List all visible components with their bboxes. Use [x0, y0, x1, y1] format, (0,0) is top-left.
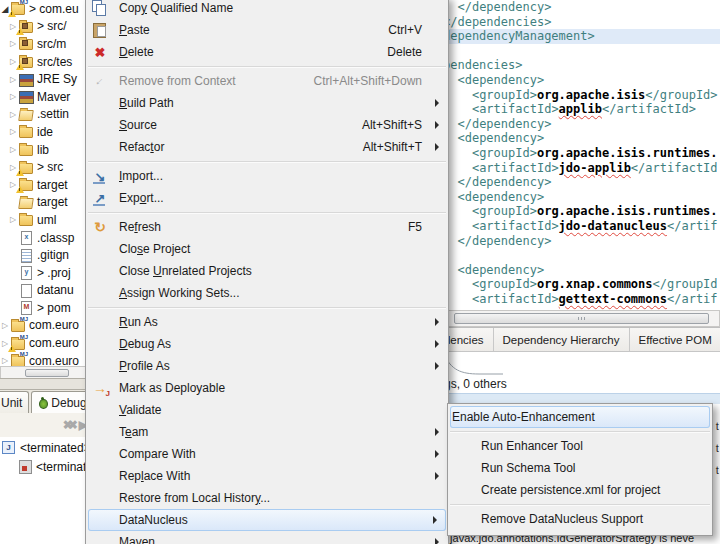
menu-item-label: Build Path [119, 96, 174, 110]
maven-java-project-icon: MJ [10, 354, 26, 366]
menu-item-delete[interactable]: ✖DeleteDelete [86, 41, 448, 63]
menu-item-datanucleus[interactable]: DataNucleus [88, 509, 446, 531]
menu-item-close-unrelated-projects[interactable]: Close Unrelated Projects [86, 260, 448, 282]
menu-item-debug-as[interactable]: Debug As [86, 333, 448, 355]
tree-item-src-tes[interactable]: ▷src/tes [0, 53, 92, 71]
expand-arrow-icon[interactable]: ▷ [8, 39, 18, 48]
menu-icon-spacer [90, 139, 110, 155]
code-line: </dependency> [443, 0, 720, 15]
expand-arrow-icon[interactable]: ▷ [8, 145, 18, 154]
pom-tab-effective-pom[interactable]: Effective POM [630, 328, 720, 351]
code-line: </dependency> [443, 175, 720, 190]
editor-hscrollbar[interactable] [443, 310, 720, 327]
menu-item-team[interactable]: Team [86, 421, 448, 443]
tree-item-pom[interactable]: M> pom [0, 299, 92, 317]
maven-java-project-icon: MJ [10, 2, 26, 15]
menu-icon-spacer [90, 314, 110, 330]
code-line: <artifactId>applib</artifactId> [443, 102, 720, 117]
menu-item-create-persistence-xml-for-project[interactable]: Create persistence.xml for project [448, 479, 712, 501]
scrollbar-thumb[interactable] [454, 313, 709, 324]
menu-item-profile-as[interactable]: Profile As [86, 355, 448, 377]
horizontal-sash[interactable] [0, 378, 92, 390]
tree-item-com-euro[interactable]: ▷MJcom.euro [0, 352, 92, 366]
file-text-icon [18, 249, 34, 262]
xml-editor[interactable]: </dependency></dependencies>dependencyMa… [443, 0, 720, 310]
tree-item-datanu[interactable]: datanu [0, 282, 92, 300]
menu-item-refresh[interactable]: ↻RefreshF5 [86, 216, 448, 238]
expand-arrow-icon[interactable]: ▷ [0, 356, 10, 365]
menu-item-compare-with[interactable]: Compare With [86, 443, 448, 465]
tree-item-label: target [37, 195, 68, 209]
menu-item-label: Maven [119, 535, 155, 544]
code-line: </dependency> [443, 234, 720, 249]
menu-item-label: Import... [119, 169, 163, 183]
pom-tab-dependencies[interactable]: Dependencies [443, 328, 494, 351]
menu-icon-spacer [90, 117, 110, 133]
code-line: <groupId>org.apache.isis</groupId> [443, 88, 720, 103]
tree-item-label: .settin [37, 107, 69, 121]
menu-item-mark-as-deployable[interactable]: →Mark as Deployable [86, 377, 448, 399]
menu-item-close-project[interactable]: Close Project [86, 238, 448, 260]
menu-item-import[interactable]: ↘Import... [86, 165, 448, 187]
view-tab-unit[interactable]: Unit [0, 391, 29, 413]
tree-item-settin[interactable]: ▷.settin [0, 106, 92, 124]
menu-item-assign-working-sets[interactable]: Assign Working Sets... [86, 282, 448, 304]
bottom-left-view-tabs: UnitDebug [0, 390, 92, 413]
tree-item-src[interactable]: ▷> src/ [0, 18, 92, 36]
menu-item-export[interactable]: ↗Export... [86, 187, 448, 209]
tree-item-src[interactable]: ▷> src [0, 158, 92, 176]
menu-item-run-enhancer-tool[interactable]: Run Enhancer Tool [448, 435, 712, 457]
tree-item-gitign[interactable]: .gitign [0, 246, 92, 264]
tree-item-com-eu[interactable]: ◢MJ> com.eu [0, 0, 92, 18]
tree-item-lib[interactable]: ▷lib [0, 141, 92, 159]
launch-tree: J<terminated><terminat [0, 438, 92, 544]
menu-item-label: Close Project [119, 242, 190, 256]
scrollbar-thumb[interactable] [25, 369, 69, 377]
expand-arrow-icon[interactable]: ▷ [8, 75, 18, 84]
launch-item[interactable]: J<terminated> [0, 438, 92, 457]
launch-item[interactable]: <terminat [0, 457, 92, 476]
menu-item-label: Remove from Context [119, 74, 236, 88]
menu-item-paste[interactable]: PasteCtrl+V [86, 19, 448, 41]
expand-arrow-icon[interactable]: ▷ [8, 215, 18, 224]
menu-item-validate[interactable]: Validate [86, 399, 448, 421]
tree-item-classp[interactable]: x.classp [0, 229, 92, 247]
view-tab-debug[interactable]: Debug [31, 391, 92, 413]
menu-item-copy-qualified-name[interactable]: Copy Qualified Name [86, 0, 448, 19]
expand-arrow-icon[interactable]: ▷ [8, 127, 18, 136]
file-x-icon: x [18, 231, 34, 244]
warning-overlay-icon [16, 186, 24, 193]
menu-item-remove-datanucleus-support[interactable]: Remove DataNucleus Support [448, 508, 712, 530]
menu-item-enable-auto-enhancement[interactable]: Enable Auto-Enhancement [450, 406, 710, 428]
tree-item-maver[interactable]: ▷Maver [0, 88, 92, 106]
expand-arrow-icon[interactable]: ▷ [8, 110, 18, 119]
menu-item-source[interactable]: SourceAlt+Shift+S [86, 114, 448, 136]
expand-arrow-icon[interactable]: ▷ [0, 321, 10, 330]
menu-item-build-path[interactable]: Build Path [86, 92, 448, 114]
tree-item-uml[interactable]: ▷uml [0, 211, 92, 229]
tree-item-target[interactable]: ▷target [0, 176, 92, 194]
maven-java-project-icon: MJ [10, 319, 26, 332]
menu-item-label: Run Schema Tool [481, 461, 576, 475]
menu-item-replace-with[interactable]: Replace With [86, 465, 448, 487]
menu-item-maven[interactable]: Maven [86, 531, 448, 544]
tree-item-proj[interactable]: y> .proj [0, 264, 92, 282]
menu-item-run-schema-tool[interactable]: Run Schema Tool [448, 457, 712, 479]
code-line: <groupId>org.apache.isis.runtimes. [443, 146, 720, 161]
menu-item-run-as[interactable]: Run As [86, 311, 448, 333]
tree-item-com-euro[interactable]: ▷MJcom.euro [0, 334, 92, 352]
expand-arrow-icon[interactable]: ▷ [8, 92, 18, 101]
pom-tab-dependency-hierarchy[interactable]: Dependency Hierarchy [494, 328, 630, 351]
remove-all-terminated-icon[interactable]: ✖✖ [63, 418, 73, 432]
tree-item-ide[interactable]: ▷ide [0, 123, 92, 141]
menu-item-refactor[interactable]: RefactorAlt+Shift+T [86, 136, 448, 158]
tree-item-target[interactable]: target [0, 194, 92, 212]
tree-item-src-m[interactable]: ▷src/m [0, 35, 92, 53]
tree-item-jre-sy[interactable]: ▷JRE Sy [0, 70, 92, 88]
menu-item-restore-from-local-history[interactable]: Restore from Local History... [86, 487, 448, 509]
tree-item-com-euro[interactable]: ▷MJcom.euro [0, 317, 92, 335]
submenu-arrow-icon [435, 143, 439, 151]
project-context-menu: Copy Qualified NamePasteCtrl+V✖DeleteDel… [85, 0, 449, 544]
menu-separator [448, 501, 712, 508]
menu-item-shortcut: Ctrl+Alt+Shift+Down [296, 74, 422, 88]
